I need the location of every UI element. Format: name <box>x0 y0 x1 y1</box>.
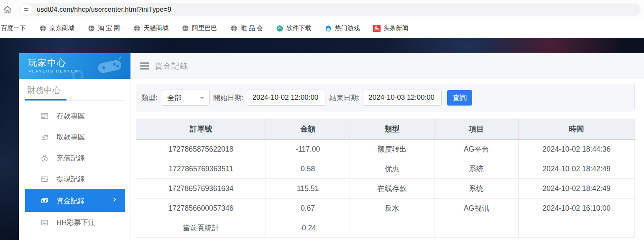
end-date-input[interactable] <box>363 90 442 106</box>
table-header-row: 訂單號金額類型項目時間 <box>136 119 635 139</box>
sidebar-item-label: 存款專區 <box>56 111 85 121</box>
table-row: 1727865875622018-117.00额度转出AG平台2024-10-0… <box>136 139 635 159</box>
bookmarks-bar: 百度一下京东商城淘 宝 网天猫商城阿里巴巴唯 品 会软件下载热门游戏头头条新闻 <box>0 19 644 38</box>
sidebar-banner: 玩家中心 PLAYERS CENTER <box>19 53 130 79</box>
bookmark-label: 京东商城 <box>49 24 74 32</box>
globe-icon <box>133 25 141 32</box>
table-cell: 优惠 <box>350 159 434 179</box>
bookmark-item[interactable]: 百度一下 <box>1 24 26 32</box>
table-row: 17278566000573460.67反水AG视讯2024-10-02 16:… <box>136 199 635 218</box>
bookmark-item[interactable]: 淘 宝 网 <box>87 24 120 32</box>
table-cell: 115.51 <box>266 179 350 199</box>
table-cell: -117.00 <box>266 139 350 159</box>
table-cell: 额度转出 <box>350 139 434 159</box>
start-date-input[interactable] <box>247 90 325 106</box>
software-icon <box>276 25 284 32</box>
table-cell: 2024-10-02 18:42:49 <box>519 159 635 179</box>
section-divider <box>25 99 124 101</box>
table-cell: 當前頁統計 <box>136 218 266 238</box>
bookmark-item[interactable]: 天猫商城 <box>133 24 169 32</box>
search-button[interactable]: 查詢 <box>447 90 472 106</box>
url-text[interactable]: usdt04.com/hhcp/usercenter.html?iniType=… <box>37 6 171 13</box>
type-label: 類型: <box>141 93 158 103</box>
sidebar-menu: 存款專區取款專區充值記錄提現記錄資金記錄HH彩票下注 <box>19 106 130 233</box>
table-cell: 0.58 <box>266 159 350 179</box>
sidebar-item-label: 取款專區 <box>56 132 85 142</box>
table-cell: -0.24 <box>266 218 350 238</box>
table-cell <box>434 218 518 238</box>
funds-record-icon <box>40 196 49 205</box>
players-center-title: 玩家中心 <box>28 57 66 69</box>
withdraw-icon <box>40 132 49 142</box>
table-header-cell: 金額 <box>266 119 350 139</box>
table-cell <box>519 218 635 238</box>
sidebar-item[interactable]: 資金記錄 <box>25 189 125 212</box>
bookmark-label: 天猫商城 <box>143 24 169 32</box>
chevron-down-icon <box>199 95 205 101</box>
type-select-value: 全部 <box>167 93 199 103</box>
finance-center-heading: 財務中心 <box>27 85 130 96</box>
bookmark-label: 头条新闻 <box>383 24 409 32</box>
table-cell: 1727865769363511 <box>136 159 266 179</box>
bookmark-item[interactable]: 京东商城 <box>39 24 74 32</box>
start-date-label: 開始日期: <box>213 93 244 103</box>
site-settings-chip[interactable] <box>20 4 32 15</box>
filter-panel: 類型: 全部 開始日期: 結束日期: 查詢 <box>136 84 635 111</box>
funds-table: 訂單號金額類型項目時間 1727865875622018-117.00额度转出A… <box>136 119 635 238</box>
table-cell: 0.67 <box>266 199 350 218</box>
recharge-icon <box>40 153 49 163</box>
sidebar-item[interactable]: HH彩票下注 <box>19 212 130 233</box>
bookmark-label: 淘 宝 网 <box>98 24 120 32</box>
sidebar-item[interactable]: 存款專區 <box>19 106 130 126</box>
table-cell: 1727856600057346 <box>136 199 266 218</box>
page-title: 資金記錄 <box>155 61 188 72</box>
bookmark-item[interactable]: 阿里巴巴 <box>181 24 217 32</box>
bookmark-item[interactable]: 软件下载 <box>276 24 312 32</box>
table-row: 1727865769361634115.51在线存款系统2024-10-02 1… <box>136 179 635 199</box>
sidebar-item[interactable]: 取款專區 <box>19 126 130 147</box>
content-panel: 玩家中心 PLAYERS CENTER 財務中心 存款專區取款專區充值記錄提現記… <box>19 53 644 240</box>
table-cell: 系统 <box>434 159 518 179</box>
table-cell: 2024-10-02 18:44:36 <box>519 139 635 159</box>
deposit-icon <box>40 111 49 121</box>
hamburger-icon[interactable] <box>140 62 149 70</box>
table-cell: 系统 <box>434 179 518 199</box>
sidebar: 玩家中心 PLAYERS CENTER 財務中心 存款專區取款專區充值記錄提現記… <box>19 53 131 240</box>
main-area: 資金記錄 類型: 全部 開始日期: 結束日期: 查詢 訂單號金額類型項目時間 1… <box>131 53 644 240</box>
table-row: 17278657693635110.58优惠系统2024-10-02 18:42… <box>136 159 635 179</box>
main-header: 資金記錄 <box>131 53 644 79</box>
table-cell: AG平台 <box>434 139 518 159</box>
penguin-icon <box>325 25 332 32</box>
divider-accent <box>25 99 66 101</box>
chevron-right-icon <box>111 196 118 205</box>
globe-icon <box>181 25 189 32</box>
home-button[interactable] <box>2 4 13 15</box>
bookmark-item[interactable]: 热门游戏 <box>325 24 360 32</box>
table-cell: 2024-10-02 18:42:49 <box>519 179 635 199</box>
address-bar[interactable]: usdt04.com/hhcp/usercenter.html?iniType=… <box>19 3 641 16</box>
bookmark-label: 软件下载 <box>286 24 312 32</box>
table-cell <box>350 218 434 238</box>
players-center-subtitle: PLAYERS CENTER <box>28 69 79 73</box>
table-header-cell: 項目 <box>434 119 518 139</box>
lottery-icon <box>40 218 49 227</box>
globe-icon <box>230 25 238 32</box>
type-select[interactable]: 全部 <box>162 90 210 106</box>
bookmark-label: 热门游戏 <box>335 24 360 32</box>
sidebar-item-label: 充值記錄 <box>56 153 85 163</box>
bookmark-label: 百度一下 <box>1 24 26 32</box>
banner-decoration <box>72 70 83 79</box>
table-cell: AG视讯 <box>434 199 518 218</box>
toutiao-icon: 头 <box>373 25 381 32</box>
end-date-label: 結束日期: <box>329 93 360 103</box>
bookmark-item[interactable]: 头头条新闻 <box>373 24 409 32</box>
table-header-cell: 類型 <box>350 119 434 139</box>
bookmark-label: 阿里巴巴 <box>192 24 217 32</box>
sidebar-item[interactable]: 提現記錄 <box>19 168 130 189</box>
sidebar-item-label: HH彩票下注 <box>56 218 95 227</box>
table-cell: 2024-10-02 16:10:00 <box>519 199 635 218</box>
sidebar-item[interactable]: 充值記錄 <box>19 147 130 168</box>
table-row: 當前頁統計-0.24 <box>136 218 635 238</box>
sidebar-item-label: 資金記錄 <box>56 196 85 206</box>
bookmark-item[interactable]: 唯 品 会 <box>230 24 263 32</box>
